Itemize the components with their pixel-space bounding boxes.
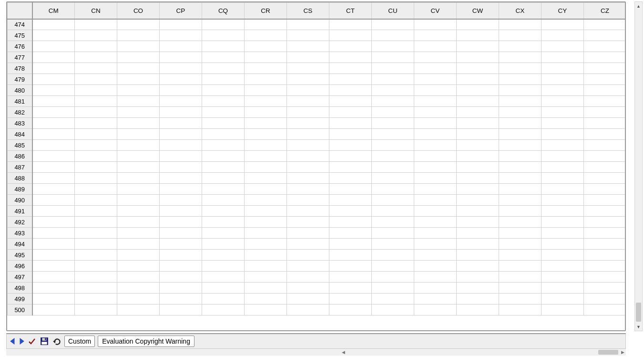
cell[interactable] xyxy=(75,19,117,30)
cell[interactable] xyxy=(245,239,287,250)
cell[interactable] xyxy=(457,162,499,173)
cell[interactable] xyxy=(499,118,542,129)
cell[interactable] xyxy=(202,173,245,184)
cell[interactable] xyxy=(287,52,329,63)
cell[interactable] xyxy=(160,162,202,173)
row-header[interactable]: 500 xyxy=(8,304,32,315)
cell[interactable] xyxy=(202,239,245,250)
cell[interactable] xyxy=(32,30,75,41)
cell[interactable] xyxy=(499,162,542,173)
cell[interactable] xyxy=(499,30,542,41)
cell[interactable] xyxy=(542,195,584,206)
cell[interactable] xyxy=(329,151,372,162)
col-header[interactable]: CT xyxy=(329,3,372,19)
cell[interactable] xyxy=(160,19,202,30)
col-header[interactable]: CY xyxy=(542,3,584,19)
cell[interactable] xyxy=(160,250,202,261)
cell[interactable] xyxy=(245,74,287,85)
undo-button[interactable] xyxy=(52,337,61,346)
cell[interactable] xyxy=(117,140,160,151)
cell[interactable] xyxy=(202,228,245,239)
cell[interactable] xyxy=(372,63,414,74)
grid-viewport[interactable]: CM CN CO CP CQ CR CS CT CU CV CW CX CY C… xyxy=(6,1,626,331)
cell[interactable] xyxy=(329,140,372,151)
cell[interactable] xyxy=(414,294,457,304)
cell[interactable] xyxy=(287,118,329,129)
cell[interactable] xyxy=(245,173,287,184)
accept-button[interactable] xyxy=(28,337,36,346)
row-header[interactable]: 478 xyxy=(8,63,32,74)
cell[interactable] xyxy=(584,129,626,140)
cell[interactable] xyxy=(414,85,457,96)
cell[interactable] xyxy=(372,30,414,41)
cell[interactable] xyxy=(245,107,287,118)
cell[interactable] xyxy=(202,304,245,315)
cell[interactable] xyxy=(457,151,499,162)
cell[interactable] xyxy=(372,304,414,315)
cell[interactable] xyxy=(584,250,626,261)
spreadsheet-grid[interactable]: CM CN CO CP CQ CR CS CT CU CV CW CX CY C… xyxy=(7,2,626,315)
cell[interactable] xyxy=(372,239,414,250)
cell[interactable] xyxy=(457,195,499,206)
col-header[interactable]: CX xyxy=(499,3,542,19)
row-header[interactable]: 479 xyxy=(8,74,32,85)
cell[interactable] xyxy=(287,107,329,118)
cell[interactable] xyxy=(202,96,245,107)
cell[interactable] xyxy=(32,173,75,184)
cell[interactable] xyxy=(414,63,457,74)
cell[interactable] xyxy=(287,294,329,304)
cell[interactable] xyxy=(75,184,117,195)
cell[interactable] xyxy=(245,184,287,195)
cell[interactable] xyxy=(75,206,117,217)
cell[interactable] xyxy=(499,272,542,283)
cell[interactable] xyxy=(457,41,499,52)
cell[interactable] xyxy=(584,118,626,129)
cell[interactable] xyxy=(287,140,329,151)
scroll-right-arrow-icon[interactable]: ▶ xyxy=(619,349,626,356)
cell[interactable] xyxy=(372,272,414,283)
cell[interactable] xyxy=(414,74,457,85)
cell[interactable] xyxy=(160,184,202,195)
cell[interactable] xyxy=(160,52,202,63)
cell[interactable] xyxy=(160,30,202,41)
cell[interactable] xyxy=(542,129,584,140)
cell[interactable] xyxy=(117,19,160,30)
cell[interactable] xyxy=(329,228,372,239)
cell[interactable] xyxy=(584,85,626,96)
cell[interactable] xyxy=(160,107,202,118)
cell[interactable] xyxy=(457,272,499,283)
cell[interactable] xyxy=(329,52,372,63)
cell[interactable] xyxy=(414,272,457,283)
cell[interactable] xyxy=(499,19,542,30)
cell[interactable] xyxy=(32,304,75,315)
cell[interactable] xyxy=(499,41,542,52)
cell[interactable] xyxy=(372,173,414,184)
cell[interactable] xyxy=(160,195,202,206)
cell[interactable] xyxy=(75,239,117,250)
row-header[interactable]: 477 xyxy=(8,52,32,63)
cell[interactable] xyxy=(499,195,542,206)
row-header[interactable]: 482 xyxy=(8,107,32,118)
cell[interactable] xyxy=(75,261,117,272)
cell[interactable] xyxy=(584,195,626,206)
cell[interactable] xyxy=(329,206,372,217)
cell[interactable] xyxy=(542,85,584,96)
cell[interactable] xyxy=(32,52,75,63)
cell[interactable] xyxy=(499,228,542,239)
cell[interactable] xyxy=(542,272,584,283)
cell[interactable] xyxy=(32,261,75,272)
cell[interactable] xyxy=(287,239,329,250)
row-header[interactable]: 486 xyxy=(8,151,32,162)
cell[interactable] xyxy=(414,107,457,118)
cell[interactable] xyxy=(329,30,372,41)
cell[interactable] xyxy=(499,173,542,184)
cell[interactable] xyxy=(245,118,287,129)
cell[interactable] xyxy=(245,272,287,283)
cell[interactable] xyxy=(457,228,499,239)
cell[interactable] xyxy=(372,41,414,52)
cell[interactable] xyxy=(32,195,75,206)
cell[interactable] xyxy=(117,30,160,41)
cell[interactable] xyxy=(75,140,117,151)
scroll-left-arrow-icon[interactable]: ◀ xyxy=(340,349,347,356)
custom-button[interactable]: Custom xyxy=(64,336,95,347)
